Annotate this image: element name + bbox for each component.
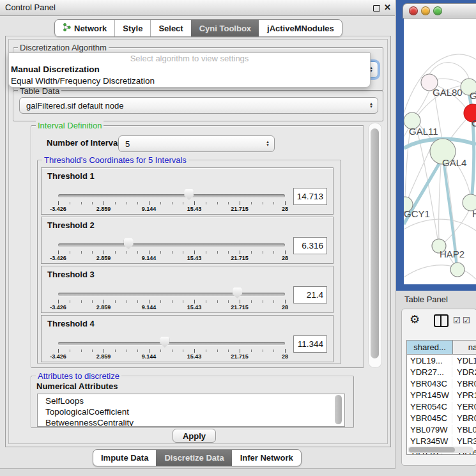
checkbox-icon[interactable]: ☑: [453, 316, 461, 325]
threshold-label: Threshold 2: [47, 220, 95, 230]
table-row[interactable]: YDL19...YDL19: [407, 355, 476, 366]
close-icon[interactable]: ✕: [384, 3, 391, 12]
tick-label: 9.144: [142, 206, 157, 212]
table-row[interactable]: YBR043CYBR04: [407, 378, 476, 389]
tick-mark: [81, 300, 82, 303]
tab-network[interactable]: Network: [55, 20, 114, 36]
table-panel-title: Table Panel: [404, 295, 448, 304]
checkbox-icon[interactable]: ☑: [463, 316, 470, 325]
gear-icon[interactable]: ⚙: [410, 312, 420, 326]
slider-handle[interactable]: [184, 189, 194, 200]
dropdown-option-equal-width-frequency-discretization[interactable]: Equal Width/Frequency Discretization: [9, 75, 370, 87]
tick-mark: [149, 349, 150, 353]
num-intervals-combo[interactable]: 5 ▲▼: [118, 135, 275, 152]
tick-mark: [206, 349, 206, 352]
attributes-group-label: Attributes to discretize: [36, 371, 121, 381]
attribute-item-betweennesscentrality[interactable]: BetweennessCentrality: [38, 417, 344, 427]
tick-mark: [70, 300, 70, 303]
zoom-traffic-light-icon[interactable]: [433, 6, 442, 15]
tick-mark: [217, 349, 218, 352]
tick-mark: [228, 300, 229, 303]
table-body: YDL19...YDL19YDR27...YDR27YBR043CYBR04YP…: [407, 355, 476, 455]
cell-name: YBR04: [452, 379, 476, 388]
column-header-shared-name[interactable]: shared...: [407, 341, 453, 354]
tick-mark: [206, 300, 206, 303]
network-window-titlebar[interactable]: [403, 3, 476, 19]
tick-mark: [285, 349, 286, 353]
slider-handle[interactable]: [160, 337, 169, 348]
bottom-tab-infer-network[interactable]: Infer Network: [232, 450, 301, 466]
stepper-icon: ▲▼: [369, 102, 373, 109]
slider-track[interactable]: [58, 243, 285, 247]
threshold-value-input[interactable]: [293, 188, 327, 205]
algorithm-group-label: Discretization Algorithm: [18, 43, 109, 52]
tick-mark: [194, 250, 195, 254]
tick-mark: [92, 202, 93, 204]
apply-label: Apply: [183, 431, 206, 441]
tick-mark: [81, 251, 82, 254]
tab-cyni-toolbox[interactable]: Cyni Toolbox: [191, 20, 259, 36]
tick-mark: [127, 202, 127, 204]
bottom-tab-discretize-data[interactable]: Discretize Data: [156, 450, 231, 466]
tick-label: 21.715: [231, 206, 249, 212]
tick-label: 28: [282, 206, 288, 212]
tab-style[interactable]: Style: [114, 20, 150, 36]
tick-label: 9.144: [142, 304, 157, 311]
slider-track[interactable]: [58, 342, 285, 345]
table-row[interactable]: YLR345WYLR34: [407, 435, 476, 447]
tab-select[interactable]: Select: [150, 20, 190, 36]
window-title: Control Panel: [5, 3, 56, 12]
table-data-combo[interactable]: galFiltered.sif default node ▲▼: [19, 97, 378, 114]
float-icon[interactable]: [373, 5, 380, 12]
tick-label: -3.426: [50, 304, 66, 311]
column-header-name[interactable]: name: [453, 341, 476, 354]
node-label: GAL80: [433, 87, 463, 98]
listbox-scrollbar[interactable]: [335, 395, 342, 424]
close-traffic-light-icon[interactable]: [409, 6, 418, 15]
slider-track[interactable]: [58, 194, 285, 197]
table-row[interactable]: YBR045CYBR04: [407, 412, 476, 424]
tick-mark: [240, 349, 240, 353]
tick-mark: [149, 250, 150, 254]
apply-button[interactable]: Apply: [173, 429, 216, 443]
minimize-traffic-light-icon[interactable]: [421, 6, 430, 15]
tick-mark: [206, 251, 206, 254]
table-row[interactable]: YDR27...YDR27: [407, 366, 476, 378]
table-row[interactable]: YPR145WYPR14: [407, 389, 476, 401]
slider-handle[interactable]: [233, 288, 242, 298]
table-horizontal-scrollbar[interactable]: [408, 447, 473, 453]
table-row[interactable]: YBL079WYBL07: [407, 424, 476, 435]
bottom-tab-impute-data[interactable]: Impute Data: [93, 450, 156, 466]
slider-handle[interactable]: [124, 238, 134, 249]
slider-track[interactable]: [58, 293, 285, 296]
threshold-value-input[interactable]: [293, 237, 327, 254]
tick-label: 9.144: [142, 255, 157, 261]
network-canvas[interactable]: GAL80GACGAL11GAL4GCY1HHAP2: [404, 19, 476, 284]
scrollbar-thumb[interactable]: [371, 128, 379, 358]
numerical-attributes-label: Numerical Attributes: [36, 381, 118, 391]
cell-shared-name: YBR045C: [407, 413, 452, 423]
tick-label: 21.715: [231, 304, 249, 311]
tick-mark: [263, 251, 263, 254]
scrollbar-thumb[interactable]: [409, 447, 455, 452]
panel-vertical-scrollbar[interactable]: [368, 123, 382, 368]
cell-shared-name: YPR145W: [407, 390, 452, 400]
attribute-item-topologicalcoefficient[interactable]: TopologicalCoefficient: [38, 406, 344, 417]
tick-mark: [273, 300, 274, 303]
tab-jactivemnodules[interactable]: jActiveMNodules: [259, 20, 342, 36]
cell-name: YPR14: [452, 390, 476, 400]
threshold-value-input[interactable]: [293, 335, 327, 353]
dropdown-option-manual-discretization[interactable]: Manual Discretization: [9, 64, 370, 75]
tick-mark: [160, 349, 161, 352]
table-row[interactable]: YER054CYER05: [407, 401, 476, 412]
tick-mark: [194, 300, 195, 303]
threshold-value-input[interactable]: [293, 286, 327, 303]
tick-mark: [251, 300, 252, 303]
cell-shared-name: YDR27...: [407, 367, 452, 377]
tick-label: 21.715: [231, 255, 249, 261]
network-node[interactable]: [450, 263, 464, 277]
attribute-item-selfloops[interactable]: SelfLoops: [38, 395, 344, 406]
column-layout-icon[interactable]: [434, 314, 449, 327]
tick-label: -3.426: [50, 353, 66, 360]
tick-mark: [70, 349, 70, 352]
